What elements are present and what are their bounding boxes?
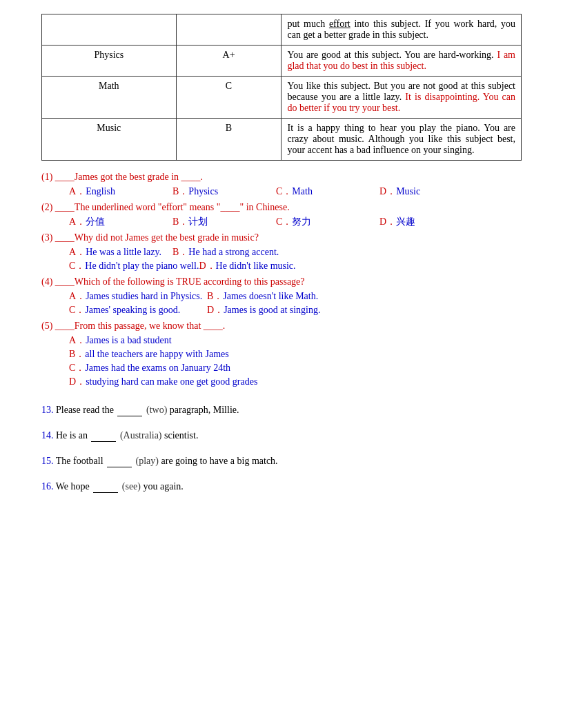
option-c: C．努力 [276, 216, 379, 228]
option-a: A．James studies hard in Physics. [69, 290, 207, 303]
question-number: (2) [41, 202, 52, 212]
fill-before: Please read the [56, 405, 114, 415]
question-stem: (1) ____James got the best grade in ____… [41, 172, 522, 183]
grade-cell: B [176, 119, 282, 161]
fill-item-13: 13. Please read the (two) paragraph, Mil… [41, 405, 522, 416]
question-number: (1) [41, 172, 52, 182]
question-text: ____The underlined word "effort" means "… [55, 202, 290, 212]
option-b: B．Physics [172, 185, 276, 198]
comment-cell: You are good at this subject. You are ha… [282, 46, 522, 77]
fill-hint: (play) [136, 456, 159, 466]
question-2: (2) ____The underlined word "effort" mea… [41, 202, 522, 228]
question-stem: (4) ____Which of the following is TRUE a… [41, 276, 522, 287]
fill-blank [91, 430, 116, 442]
option-b: B．all the teachers are happy with James [69, 348, 522, 361]
fill-before: We hope [56, 481, 90, 492]
fill-before: The football [56, 456, 103, 466]
question-text: ____Which of the following is TRUE accor… [55, 276, 305, 287]
comment-red: It is disappointing. You can do better i… [287, 92, 515, 113]
question-1: (1) ____James got the best grade in ____… [41, 172, 522, 198]
options-grid: A．He was a little lazy. B．He had a stron… [69, 246, 522, 272]
option-d: D．He didn't like music. [199, 260, 302, 272]
fill-number: 14. [41, 430, 54, 441]
fill-after: are going to have a big match. [161, 456, 278, 466]
fill-after: scientist. [164, 430, 198, 441]
fill-number: 15. [41, 456, 54, 466]
fill-number: 16. [41, 481, 54, 492]
options-row: A．He was a little lazy. B．He had a stron… [69, 246, 522, 259]
comment-cell: put much effort into this subject. If yo… [282, 14, 522, 46]
subject-cell [42, 14, 177, 46]
fill-before: He is an [56, 430, 88, 441]
question-text: ____Why did not James get the best grade… [55, 232, 259, 243]
option-d: D．James is good at singing. [207, 304, 321, 316]
options-row: A．James studies hard in Physics. B．James… [69, 290, 522, 303]
options-col: A．James is a bad student B．all the teach… [69, 334, 522, 388]
options-row: C．James' speaking is good. D．James is go… [69, 304, 522, 316]
option-a: A．He was a little lazy. [69, 246, 172, 259]
fill-hint: (two) [146, 405, 167, 415]
fill-after: paragraph, Millie. [170, 405, 239, 415]
question-stem: (5) ____From this passage, we know that … [41, 321, 522, 332]
comment-red: I am glad that you do best in this subje… [287, 50, 515, 71]
question-text: ____James got the best grade in ____. [55, 172, 203, 182]
option-d: D．studying hard can make one get good gr… [69, 376, 522, 388]
grade-cell: C [176, 77, 282, 119]
question-number: (3) [41, 232, 52, 243]
option-a: A．James is a bad student [69, 334, 522, 347]
fill-after: you again. [143, 481, 183, 492]
fill-blank [93, 481, 118, 493]
fill-item-16: 16. We hope (see) you again. [41, 481, 522, 493]
grade-cell [176, 14, 282, 46]
table-row: Physics A+ You are good at this subject.… [42, 46, 522, 77]
table-row: Math C You like this subject. But you ar… [42, 77, 522, 119]
table-row: Music B It is a happy thing to hear you … [42, 119, 522, 161]
question-4: (4) ____Which of the following is TRUE a… [41, 276, 522, 316]
question-text: ____From this passage, we know that ____… [55, 321, 226, 331]
table-row: put much effort into this subject. If yo… [42, 14, 522, 46]
subject-cell: Music [42, 119, 177, 161]
subject-cell: Physics [42, 46, 177, 77]
questions-section: (1) ____James got the best grade in ____… [41, 172, 522, 388]
subject-table: put much effort into this subject. If yo… [41, 14, 522, 161]
option-c: C．Math [276, 185, 379, 198]
option-d: D．Music [379, 185, 483, 198]
fill-item-15: 15. The football (play) are going to hav… [41, 456, 522, 467]
comment-cell: You like this subject. But you are not g… [282, 77, 522, 119]
option-c: C．He didn't play the piano well. [69, 260, 199, 272]
options-row: C．He didn't play the piano well. D．He di… [69, 260, 522, 272]
grade-cell: A+ [176, 46, 282, 77]
underlined-word: effort [329, 19, 350, 29]
options-row: A．English B．Physics C．Math D．Music [69, 185, 522, 198]
option-b: B．计划 [172, 216, 276, 228]
subject-cell: Math [42, 77, 177, 119]
fill-number: 13. [41, 405, 54, 415]
fill-section: 13. Please read the (two) paragraph, Mil… [41, 405, 522, 493]
question-stem: (2) ____The underlined word "effort" mea… [41, 202, 522, 213]
question-number: (5) [41, 321, 52, 331]
option-b: B．He had a strong accent. [172, 246, 279, 259]
option-c: C．James had the exams on January 24th [69, 362, 522, 374]
question-3: (3) ____Why did not James get the best g… [41, 232, 522, 272]
options-row: A．分值 B．计划 C．努力 D．兴趣 [69, 216, 522, 228]
question-5: (5) ____From this passage, we know that … [41, 321, 522, 388]
fill-hint: (Australia) [120, 430, 162, 441]
question-stem: (3) ____Why did not James get the best g… [41, 232, 522, 243]
option-c: C．James' speaking is good. [69, 304, 207, 316]
fill-item-14: 14. He is an (Australia) scientist. [41, 430, 522, 442]
option-a: A．English [69, 185, 172, 198]
options-grid: A．James studies hard in Physics. B．James… [69, 290, 522, 316]
fill-blank [117, 405, 142, 416]
comment-cell: It is a happy thing to hear you play the… [282, 119, 522, 161]
option-a: A．分值 [69, 216, 172, 228]
fill-blank [107, 456, 132, 467]
option-d: D．兴趣 [379, 216, 483, 228]
option-b: B．James doesn't like Math. [207, 290, 318, 303]
fill-hint: (see) [122, 481, 141, 492]
question-number: (4) [41, 276, 52, 287]
